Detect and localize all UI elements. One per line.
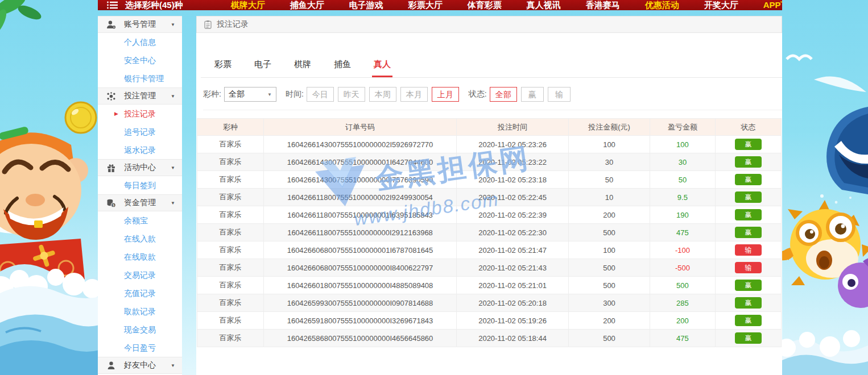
cell-game: 百家乐 <box>197 153 264 171</box>
cell-order-no: 1604265868007555100000000I4656645860 <box>264 330 457 347</box>
cell-order-no: 1604266118007555100000001I6395185843 <box>264 206 457 224</box>
cell-time: 2020-11-02 05:23:22 <box>456 153 568 171</box>
sidebar-item[interactable]: 追号记录 <box>98 123 182 141</box>
sidebar-item-label: 银行卡管理 <box>124 74 164 83</box>
status-filter-button[interactable]: 全部 <box>490 87 517 102</box>
cell-status: 赢 <box>715 136 781 153</box>
cell-status: 赢 <box>715 206 781 224</box>
filters: 彩种: 全部 ▼ 时间: 今日昨天本周本月上月 状态: 全部赢输 <box>203 87 782 110</box>
cell-amount: 500 <box>569 277 650 294</box>
lottery-select[interactable]: 选择彩种(45)种 <box>125 0 183 10</box>
cell-order-no: 1604266143007555100000001I6427044600 <box>264 153 457 171</box>
status-badge: 输 <box>735 244 762 256</box>
ocean-scene-left <box>0 0 100 375</box>
tab-1[interactable]: 电子 <box>253 53 273 77</box>
purple-fish <box>838 257 868 308</box>
nav-item[interactable]: 开奖大厅 <box>704 0 738 10</box>
cell-status: 赢 <box>715 277 781 294</box>
sidebar-item[interactable]: 银行卡管理 <box>98 69 182 88</box>
bird <box>814 76 866 92</box>
active-arrow-icon: ▶ <box>114 105 118 123</box>
sidebar-item[interactable]: 每日签到 <box>98 176 182 194</box>
time-filter-button[interactable]: 本月 <box>400 87 428 102</box>
status-badge: 赢 <box>735 156 762 168</box>
nav-item[interactable]: 捕鱼大厅 <box>290 0 324 10</box>
chevron-down-icon: ▼ <box>171 94 175 99</box>
sidebar-item-label: 取款记录 <box>124 307 156 316</box>
time-filter-button[interactable]: 本周 <box>369 87 396 102</box>
cell-time: 2020-11-02 05:21:47 <box>456 241 568 259</box>
nav-item[interactable]: 优惠活动 <box>645 0 679 10</box>
nav-item[interactable]: 体育彩票 <box>468 0 502 10</box>
status-filter-button[interactable]: 输 <box>548 87 571 102</box>
time-filter-button[interactable]: 上月 <box>432 87 459 102</box>
nav-item[interactable]: 香港赛马 <box>586 0 620 10</box>
waves-left <box>0 264 100 375</box>
status-filter-button[interactable]: 赢 <box>521 87 544 102</box>
cell-order-no: 1604266118007555100000000I2912163968 <box>264 224 457 241</box>
chevron-down-icon: ▼ <box>171 201 175 206</box>
cell-profit: 9.5 <box>650 189 715 206</box>
clipboard-icon <box>204 20 212 29</box>
sidebar-item-label: 现金交易 <box>124 325 156 334</box>
tab-4[interactable]: 真人 <box>372 53 392 77</box>
cell-order-no: 1604266143007555100000000I7576390590 <box>264 171 457 189</box>
cell-time: 2020-11-02 05:19:26 <box>456 312 568 330</box>
sidebar-item[interactable]: ▶投注记录 <box>98 105 182 123</box>
sidebar-item[interactable]: 取款记录 <box>98 302 182 320</box>
table-row: 百家乐1604265993007555100000000I09078146882… <box>197 294 782 312</box>
status-badge: 赢 <box>735 139 762 150</box>
nav-item[interactable]: 电子游戏 <box>349 0 383 10</box>
lottery-type-select[interactable]: 全部 ▼ <box>224 87 276 102</box>
shark <box>826 107 868 194</box>
cell-profit: 100 <box>650 136 715 153</box>
table-header-row: 彩种订单号码投注时间投注金额(元)盈亏金额状态 <box>197 119 782 136</box>
sidebar-item[interactable]: 今日盈亏 <box>98 339 182 357</box>
time-filter-button[interactable]: 昨天 <box>338 87 365 102</box>
cell-game: 百家乐 <box>197 294 264 312</box>
sidebar-item[interactable]: 充值记录 <box>98 284 182 302</box>
cell-profit: -100 <box>650 241 715 259</box>
sidebar-item[interactable]: 个人信息 <box>98 33 182 51</box>
cell-profit: 50 <box>650 171 715 189</box>
sidebar-section-header[interactable]: 投注管理▼ <box>98 88 182 105</box>
cell-status: 赢 <box>715 171 781 189</box>
nav-item[interactable]: 彩票大厅 <box>408 0 443 10</box>
sidebar-section-header[interactable]: 账号管理▼ <box>98 16 182 33</box>
tab-2[interactable]: 棋牌 <box>292 53 313 77</box>
friends-icon <box>106 360 117 370</box>
sidebar-item[interactable]: 余额宝 <box>98 211 182 230</box>
sidebar-section-header[interactable]: $资金管理▼ <box>98 194 182 211</box>
sidebar-item[interactable]: 安全中心 <box>98 51 182 69</box>
sidebar-item[interactable]: 交易记录 <box>98 266 182 284</box>
sidebar-item[interactable]: 在线入款 <box>98 230 182 248</box>
cell-amount: 200 <box>569 312 650 330</box>
cell-time: 2020-11-02 05:22:39 <box>456 206 568 224</box>
sidebar-section-header[interactable]: 活动中心▼ <box>98 159 182 176</box>
cell-game: 百家乐 <box>197 206 264 224</box>
chevron-down-icon: ▼ <box>171 363 175 368</box>
sidebar-section-title: 好友中心 <box>124 360 156 370</box>
column-header: 订单号码 <box>264 119 457 136</box>
table-row: 百家乐1604265918007555100000000I32696718432… <box>197 312 782 330</box>
time-filter-button[interactable]: 今日 <box>307 87 334 102</box>
nav-item[interactable]: 棋牌大厅 <box>231 0 265 10</box>
sidebar-section-header[interactable]: 好友中心▼ <box>98 357 182 374</box>
sidebar-item-label: 余额宝 <box>124 216 148 225</box>
nav-item[interactable]: APP下载 <box>763 0 782 10</box>
tab-3[interactable]: 捕鱼 <box>332 53 353 77</box>
cell-time: 2020-11-02 05:22:30 <box>456 224 568 241</box>
sidebar-item[interactable]: 返水记录 <box>98 141 182 159</box>
cell-order-no: 1604266018007555100000000I4885089408 <box>264 277 457 294</box>
cell-order-no: 1604266068007555100000000I8400622797 <box>264 259 457 277</box>
column-header: 彩种 <box>197 119 264 136</box>
gold-coin <box>65 102 96 133</box>
chevron-down-icon: ▼ <box>171 165 175 170</box>
tab-0[interactable]: 彩票 <box>213 53 233 77</box>
user-gear-icon <box>106 19 117 30</box>
sidebar-item[interactable]: 现金交易 <box>98 320 182 339</box>
menu-list-icon[interactable] <box>107 1 118 9</box>
sidebar-item[interactable]: 在线取款 <box>98 248 182 266</box>
cell-status: 输 <box>715 241 781 259</box>
nav-item[interactable]: 真人视讯 <box>527 0 561 10</box>
